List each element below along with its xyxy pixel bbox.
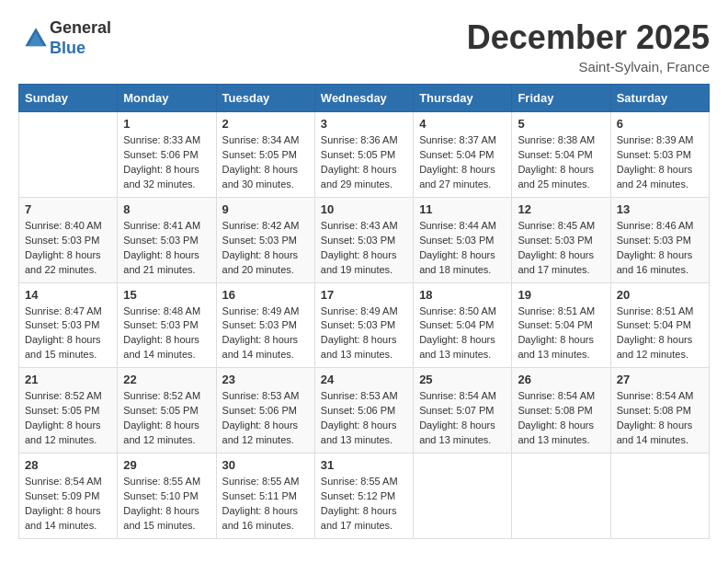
calendar-cell: 22Sunrise: 8:52 AMSunset: 5:05 PMDayligh…: [118, 368, 216, 454]
calendar-cell: 3Sunrise: 8:36 AMSunset: 5:05 PMDaylight…: [314, 112, 413, 198]
day-info: Sunrise: 8:54 AMSunset: 5:08 PMDaylight:…: [518, 389, 604, 448]
logo: General Blue: [18, 18, 111, 58]
day-number: 27: [617, 373, 703, 386]
calendar-header-row: SundayMondayTuesdayWednesdayThursdayFrid…: [19, 85, 710, 112]
calendar-cell: 28Sunrise: 8:54 AMSunset: 5:09 PMDayligh…: [19, 454, 118, 539]
day-info: Sunrise: 8:38 AMSunset: 5:04 PMDaylight:…: [518, 133, 604, 192]
calendar-week-3: 14Sunrise: 8:47 AMSunset: 5:03 PMDayligh…: [19, 282, 710, 368]
day-number: 21: [25, 373, 111, 386]
day-number: 23: [222, 373, 309, 386]
day-info: Sunrise: 8:54 AMSunset: 5:09 PMDaylight:…: [25, 475, 111, 534]
header-tuesday: Tuesday: [216, 85, 314, 112]
day-number: 9: [222, 202, 309, 216]
day-info: Sunrise: 8:53 AMSunset: 5:06 PMDaylight:…: [222, 389, 309, 448]
day-number: 19: [518, 288, 604, 302]
day-info: Sunrise: 8:47 AMSunset: 5:03 PMDaylight:…: [25, 304, 111, 363]
calendar-cell: 14Sunrise: 8:47 AMSunset: 5:03 PMDayligh…: [19, 282, 118, 368]
header-thursday: Thursday: [414, 85, 512, 112]
day-info: Sunrise: 8:48 AMSunset: 5:03 PMDaylight:…: [123, 304, 210, 363]
header-friday: Friday: [512, 85, 610, 112]
day-info: Sunrise: 8:49 AMSunset: 5:03 PMDaylight:…: [222, 304, 309, 363]
calendar-cell: 27Sunrise: 8:54 AMSunset: 5:08 PMDayligh…: [610, 368, 709, 454]
day-info: Sunrise: 8:52 AMSunset: 5:05 PMDaylight:…: [25, 389, 111, 448]
day-info: Sunrise: 8:41 AMSunset: 5:03 PMDaylight:…: [123, 219, 210, 278]
day-number: 18: [419, 288, 506, 302]
day-info: Sunrise: 8:43 AMSunset: 5:03 PMDaylight:…: [321, 219, 407, 278]
day-number: 10: [321, 202, 407, 216]
header-monday: Monday: [118, 85, 216, 112]
calendar-cell: 13Sunrise: 8:46 AMSunset: 5:03 PMDayligh…: [610, 197, 709, 282]
day-number: 29: [123, 458, 210, 472]
calendar-cell: 25Sunrise: 8:54 AMSunset: 5:07 PMDayligh…: [414, 368, 512, 454]
calendar-week-2: 7Sunrise: 8:40 AMSunset: 5:03 PMDaylight…: [19, 197, 710, 282]
day-info: Sunrise: 8:34 AMSunset: 5:05 PMDaylight:…: [222, 133, 309, 192]
calendar-cell: 19Sunrise: 8:51 AMSunset: 5:04 PMDayligh…: [512, 282, 610, 368]
day-info: Sunrise: 8:55 AMSunset: 5:10 PMDaylight:…: [123, 475, 210, 534]
day-info: Sunrise: 8:36 AMSunset: 5:05 PMDaylight:…: [321, 133, 407, 192]
day-info: Sunrise: 8:51 AMSunset: 5:04 PMDaylight:…: [617, 304, 703, 363]
day-number: 2: [222, 117, 309, 131]
day-number: 1: [123, 117, 210, 131]
calendar-cell: 15Sunrise: 8:48 AMSunset: 5:03 PMDayligh…: [118, 282, 216, 368]
day-number: 22: [123, 373, 210, 386]
day-number: 7: [25, 202, 111, 216]
day-info: Sunrise: 8:49 AMSunset: 5:03 PMDaylight:…: [321, 304, 407, 363]
calendar-cell: [512, 454, 610, 539]
calendar-cell: 16Sunrise: 8:49 AMSunset: 5:03 PMDayligh…: [216, 282, 314, 368]
calendar-cell: 4Sunrise: 8:37 AMSunset: 5:04 PMDaylight…: [414, 112, 512, 198]
header-sunday: Sunday: [19, 85, 118, 112]
logo-text: General Blue: [50, 18, 111, 58]
calendar-cell: 8Sunrise: 8:41 AMSunset: 5:03 PMDaylight…: [118, 197, 216, 282]
day-number: 17: [321, 288, 407, 302]
day-number: 26: [518, 373, 604, 386]
day-number: 15: [123, 288, 210, 302]
calendar-cell: 31Sunrise: 8:55 AMSunset: 5:12 PMDayligh…: [314, 454, 413, 539]
day-number: 16: [222, 288, 309, 302]
title-area: December 2025 Saint-Sylvain, France: [467, 18, 710, 75]
day-info: Sunrise: 8:50 AMSunset: 5:04 PMDaylight:…: [419, 304, 506, 363]
header-wednesday: Wednesday: [314, 85, 413, 112]
day-number: 25: [419, 373, 506, 386]
calendar-cell: [414, 454, 512, 539]
day-info: Sunrise: 8:40 AMSunset: 5:03 PMDaylight:…: [25, 219, 111, 278]
day-number: 11: [419, 202, 506, 216]
day-number: 30: [222, 458, 309, 472]
calendar-cell: 24Sunrise: 8:53 AMSunset: 5:06 PMDayligh…: [314, 368, 413, 454]
calendar-week-4: 21Sunrise: 8:52 AMSunset: 5:05 PMDayligh…: [19, 368, 710, 454]
calendar-cell: 23Sunrise: 8:53 AMSunset: 5:06 PMDayligh…: [216, 368, 314, 454]
calendar-cell: 6Sunrise: 8:39 AMSunset: 5:03 PMDaylight…: [610, 112, 709, 198]
day-info: Sunrise: 8:51 AMSunset: 5:04 PMDaylight:…: [518, 304, 604, 363]
day-info: Sunrise: 8:55 AMSunset: 5:11 PMDaylight:…: [222, 475, 309, 534]
calendar-cell: 2Sunrise: 8:34 AMSunset: 5:05 PMDaylight…: [216, 112, 314, 198]
day-number: 28: [25, 458, 111, 472]
day-number: 24: [321, 373, 407, 386]
calendar-cell: 10Sunrise: 8:43 AMSunset: 5:03 PMDayligh…: [314, 197, 413, 282]
calendar: SundayMondayTuesdayWednesdayThursdayFrid…: [18, 84, 710, 539]
day-info: Sunrise: 8:54 AMSunset: 5:08 PMDaylight:…: [617, 389, 703, 448]
day-number: 14: [25, 288, 111, 302]
calendar-cell: 21Sunrise: 8:52 AMSunset: 5:05 PMDayligh…: [19, 368, 118, 454]
day-number: 4: [419, 117, 506, 131]
day-info: Sunrise: 8:46 AMSunset: 5:03 PMDaylight:…: [617, 219, 703, 278]
calendar-week-1: 1Sunrise: 8:33 AMSunset: 5:06 PMDaylight…: [19, 112, 710, 198]
logo-general-text: General: [50, 18, 111, 39]
month-title: December 2025: [467, 18, 710, 57]
day-info: Sunrise: 8:45 AMSunset: 5:03 PMDaylight:…: [518, 219, 604, 278]
day-number: 3: [321, 117, 407, 131]
calendar-cell: 11Sunrise: 8:44 AMSunset: 5:03 PMDayligh…: [414, 197, 512, 282]
day-info: Sunrise: 8:37 AMSunset: 5:04 PMDaylight:…: [419, 133, 506, 192]
calendar-cell: 20Sunrise: 8:51 AMSunset: 5:04 PMDayligh…: [610, 282, 709, 368]
day-info: Sunrise: 8:33 AMSunset: 5:06 PMDaylight:…: [123, 133, 210, 192]
calendar-cell: 5Sunrise: 8:38 AMSunset: 5:04 PMDaylight…: [512, 112, 610, 198]
day-info: Sunrise: 8:53 AMSunset: 5:06 PMDaylight:…: [321, 389, 407, 448]
calendar-cell: 7Sunrise: 8:40 AMSunset: 5:03 PMDaylight…: [19, 197, 118, 282]
calendar-cell: 12Sunrise: 8:45 AMSunset: 5:03 PMDayligh…: [512, 197, 610, 282]
day-info: Sunrise: 8:39 AMSunset: 5:03 PMDaylight:…: [617, 133, 703, 192]
day-number: 13: [617, 202, 703, 216]
logo-icon: [22, 25, 50, 52]
day-number: 31: [321, 458, 407, 472]
calendar-cell: 26Sunrise: 8:54 AMSunset: 5:08 PMDayligh…: [512, 368, 610, 454]
day-number: 6: [617, 117, 703, 131]
calendar-cell: 17Sunrise: 8:49 AMSunset: 5:03 PMDayligh…: [314, 282, 413, 368]
logo-blue-text: Blue: [50, 39, 111, 59]
